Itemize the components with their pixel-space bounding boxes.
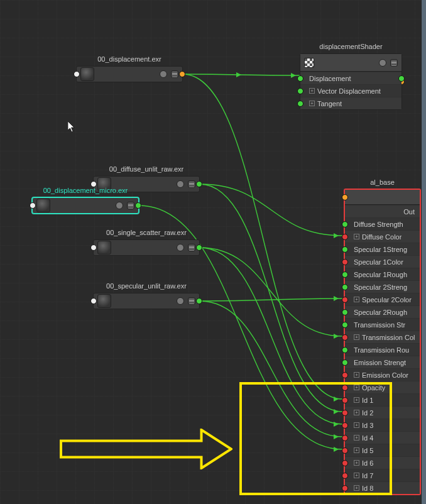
- input-port[interactable]: [342, 234, 348, 240]
- node-title: 00_displacement_micro.exr: [33, 187, 138, 194]
- expand-icon[interactable]: +: [354, 385, 359, 390]
- node-control-s[interactable]: [177, 297, 184, 305]
- input-port[interactable]: [30, 202, 36, 209]
- expand-icon[interactable]: +: [354, 234, 359, 239]
- input-port[interactable]: [342, 447, 348, 454]
- attr-label: Transmission Str: [354, 321, 405, 329]
- displacement-shader-node[interactable]: displacementShaderDisplacement+Vector Di…: [300, 53, 402, 110]
- texture-node-specular[interactable]: 00_specular_unlit_raw.exr: [93, 293, 200, 309]
- input-port[interactable]: [342, 334, 348, 341]
- input-port[interactable]: [342, 435, 348, 441]
- input-port[interactable]: [342, 473, 348, 479]
- input-port[interactable]: [342, 309, 348, 315]
- expand-icon[interactable]: +: [354, 410, 359, 415]
- expand-icon[interactable]: +: [354, 460, 359, 466]
- node-control-s[interactable]: [177, 180, 184, 188]
- node-header[interactable]: [345, 190, 420, 205]
- expand-icon[interactable]: +: [354, 485, 359, 491]
- input-port[interactable]: [90, 244, 97, 251]
- input-port[interactable]: [342, 322, 348, 328]
- input-port[interactable]: [342, 460, 348, 466]
- input-port[interactable]: [342, 385, 348, 391]
- input-port[interactable]: [342, 271, 348, 278]
- shader-attr-row[interactable]: +Transmission Col: [345, 331, 420, 343]
- input-port[interactable]: [342, 410, 348, 416]
- shader-attr-row[interactable]: +Id 6: [345, 456, 420, 469]
- node-control-s[interactable]: [160, 70, 167, 78]
- texture-node-displacement[interactable]: 00_displacement.exr: [76, 66, 183, 82]
- shader-attr-row[interactable]: Specular 1Color: [345, 255, 420, 268]
- output-port[interactable]: [398, 75, 405, 82]
- input-port[interactable]: [74, 71, 80, 77]
- shader-attr-row[interactable]: Diffuse Strength: [345, 217, 420, 230]
- input-port[interactable]: [342, 259, 348, 265]
- shader-attr-row[interactable]: +Id 4: [345, 431, 420, 444]
- shader-attr-row[interactable]: +Opacity: [345, 381, 420, 393]
- input-port[interactable]: [342, 284, 348, 290]
- input-port[interactable]: [342, 297, 348, 303]
- output-port[interactable]: [196, 181, 202, 187]
- shader-attr-row[interactable]: +Emission Color: [345, 368, 420, 381]
- shader-attr-row[interactable]: +Id 3: [345, 419, 420, 431]
- shader-attr-row[interactable]: +Id 2: [345, 406, 420, 419]
- input-port[interactable]: [90, 298, 97, 304]
- shader-attr-row[interactable]: Out: [345, 205, 420, 217]
- input-port[interactable]: [297, 101, 303, 107]
- expand-icon[interactable]: +: [354, 447, 359, 453]
- shader-attr-row[interactable]: Specular 2Streng: [345, 280, 420, 293]
- output-port[interactable]: [196, 244, 202, 251]
- al-base-shader-node[interactable]: al_baseOutDiffuse Strength+Diffuse Color…: [344, 189, 421, 495]
- input-port[interactable]: [297, 75, 303, 82]
- input-port[interactable]: [342, 422, 348, 429]
- input-port[interactable]: [342, 359, 348, 366]
- node-control-s[interactable]: [116, 202, 123, 209]
- expand-icon[interactable]: +: [354, 372, 359, 378]
- shader-attr-row[interactable]: Transmission Str: [345, 318, 420, 331]
- node-control-menu[interactable]: [390, 59, 398, 67]
- output-port[interactable]: [196, 298, 202, 304]
- texture-node-disp_micro[interactable]: 00_displacement_micro.exr: [32, 197, 139, 214]
- output-port[interactable]: [179, 71, 185, 77]
- expand-icon[interactable]: +: [354, 397, 359, 403]
- output-port[interactable]: [135, 202, 141, 209]
- input-port[interactable]: [342, 372, 348, 378]
- input-port[interactable]: [342, 347, 348, 353]
- node-control-s[interactable]: [379, 59, 386, 67]
- texture-node-single_scatter[interactable]: 00_single_scatter_raw.exr: [93, 239, 200, 256]
- node-control-menu[interactable]: [127, 202, 134, 209]
- expand-icon[interactable]: +: [354, 297, 359, 302]
- node-control-menu[interactable]: [171, 70, 178, 78]
- expand-icon[interactable]: +: [354, 334, 359, 340]
- node-control-menu[interactable]: [188, 244, 195, 251]
- shader-attr-row[interactable]: +Id 7: [345, 469, 420, 481]
- node-control-menu[interactable]: [188, 297, 195, 305]
- attr-label: Id 2: [362, 409, 373, 417]
- expand-icon[interactable]: +: [354, 422, 359, 428]
- shader-attr-row[interactable]: +Vector Displacement: [300, 84, 401, 97]
- shader-attr-row[interactable]: Displacement: [300, 72, 401, 84]
- shader-attr-row[interactable]: +Id 8: [345, 481, 420, 494]
- expand-icon[interactable]: +: [309, 101, 315, 106]
- expand-icon[interactable]: +: [354, 435, 359, 441]
- shader-attr-row[interactable]: +Specular 2Color: [345, 293, 420, 305]
- shader-attr-row[interactable]: Transmission Rou: [345, 343, 420, 356]
- shader-attr-row[interactable]: Specular 1Rough: [345, 268, 420, 280]
- expand-icon[interactable]: +: [309, 88, 315, 94]
- node-control-s[interactable]: [177, 244, 184, 251]
- shader-attr-row[interactable]: Emission Strengt: [345, 356, 420, 368]
- input-port[interactable]: [342, 221, 348, 227]
- shader-attr-row[interactable]: Specular 1Streng: [345, 243, 420, 255]
- shader-attr-row[interactable]: Specular 2Rough: [345, 305, 420, 318]
- node-header[interactable]: [300, 54, 401, 72]
- input-port[interactable]: [342, 485, 348, 491]
- shader-attr-row[interactable]: +Id 5: [345, 444, 420, 456]
- input-port[interactable]: [297, 88, 303, 94]
- input-port[interactable]: [342, 397, 348, 403]
- input-port[interactable]: [342, 194, 348, 200]
- shader-attr-row[interactable]: +Diffuse Color: [345, 230, 420, 243]
- node-control-menu[interactable]: [188, 180, 195, 188]
- expand-icon[interactable]: +: [354, 473, 359, 478]
- input-port[interactable]: [342, 246, 348, 253]
- shader-attr-row[interactable]: +Tangent: [300, 97, 401, 109]
- shader-attr-row[interactable]: +Id 1: [345, 393, 420, 406]
